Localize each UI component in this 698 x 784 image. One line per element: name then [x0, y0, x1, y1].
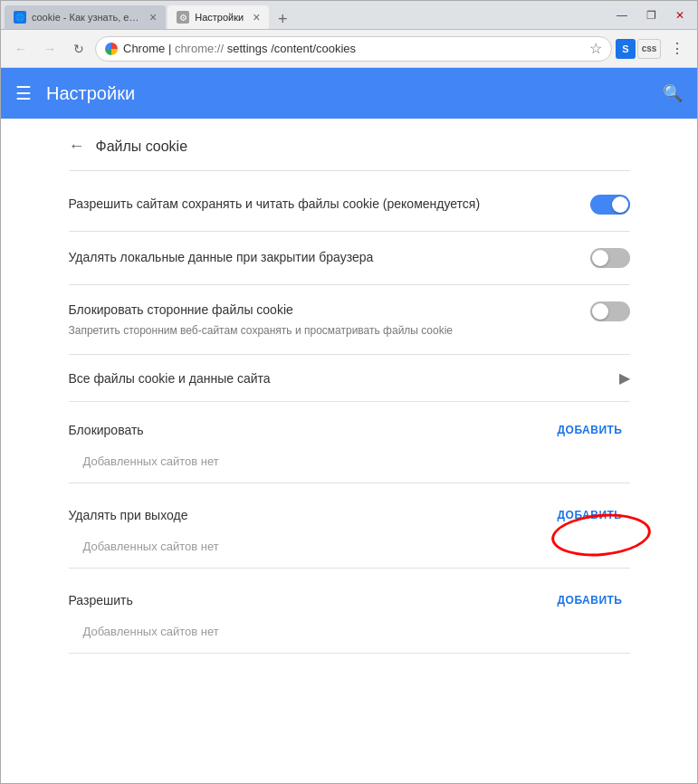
settings-scroll-area[interactable]: ← Файлы cookie Разрешить сайтам сохранят… [1, 119, 697, 783]
back-button[interactable]: ← [8, 36, 33, 62]
reload-button[interactable]: ↻ [66, 36, 91, 62]
setting-row-allow-cookies: Разрешить сайтам сохранять и читать файл… [69, 178, 630, 232]
section-delete-exit-title: Удалять при выходе [69, 508, 550, 522]
chrome-logo-icon [105, 43, 118, 55]
address-separator: | [168, 42, 175, 55]
settings-inner: ← Файлы cookie Разрешить сайтам сохранят… [33, 119, 666, 690]
delete-exit-empty-message: Добавленных сайтов нет [69, 532, 630, 569]
delete-on-close-label: Удалять локальные данные при закрытии бр… [69, 249, 576, 267]
add-delete-exit-button[interactable]: ДОБАВИТЬ [550, 505, 630, 525]
delete-on-close-toggle[interactable] [590, 248, 630, 268]
section-delete-exit-header: Удалять при выходе ДОБАВИТЬ [69, 483, 630, 532]
all-cookies-row[interactable]: Все файлы cookie и данные сайта ▶ [69, 355, 630, 402]
search-icon[interactable]: 🔍 [663, 83, 683, 103]
tab-settings-label: Настройки [195, 12, 244, 23]
block-empty-message: Добавленных сайтов нет [69, 447, 630, 483]
tab-cookie-close[interactable]: × [149, 10, 157, 24]
block-third-party-sublabel: Запретить сторонним веб-сайтам сохранять… [69, 323, 576, 339]
navbar: ← → ↻ Chrome | chrome:// settings /conte… [1, 30, 697, 68]
page-content: ☰ Настройки 🔍 ← Файлы cookie Разрешить с… [1, 68, 697, 783]
back-section: ← Файлы cookie [69, 119, 630, 171]
address-text: Chrome | chrome:// settings /content/coo… [123, 42, 356, 55]
section-allow-header: Разрешить ДОБАВИТЬ [69, 569, 630, 617]
titlebar: 🌐 cookie - Как узнать, есть… × ⚙ Настрой… [1, 1, 697, 30]
chrome-label: Chrome [123, 42, 165, 55]
add-block-button[interactable]: ДОБАВИТЬ [550, 420, 630, 440]
allow-cookies-toggle[interactable] [590, 195, 630, 215]
back-arrow-button[interactable]: ← [69, 137, 85, 156]
block-third-party-text: Блокировать сторонние файлы cookie Запре… [69, 301, 576, 338]
url-highlight: /content/cookies [271, 42, 356, 55]
setting-row-delete-on-close: Удалять локальные данные при закрытии бр… [69, 232, 630, 285]
allow-cookies-text: Разрешить сайтам сохранять и читать файл… [69, 196, 576, 214]
toggle-knob [592, 303, 608, 320]
all-cookies-label: Все файлы cookie и данные сайта [69, 371, 619, 386]
arrow-right-icon: ▶ [619, 369, 630, 387]
extensions-area: S css [616, 39, 661, 59]
chrome-menu-button[interactable]: ⋮ [665, 36, 690, 62]
tab-settings-close[interactable]: × [253, 10, 260, 24]
toggle-knob [592, 250, 608, 266]
close-button[interactable]: ✕ [666, 5, 693, 25]
url-path: settings [227, 42, 268, 55]
extension-s-button[interactable]: S [616, 39, 636, 59]
restore-button[interactable]: ❐ [637, 5, 665, 25]
block-third-party-toggle[interactable] [590, 301, 630, 321]
block-third-party-label: Блокировать сторонние файлы cookie [69, 301, 576, 320]
hamburger-icon[interactable]: ☰ [15, 82, 32, 104]
setting-row-block-third-party: Блокировать сторонние файлы cookie Запре… [69, 285, 630, 355]
new-tab-button[interactable]: + [271, 9, 294, 29]
forward-button[interactable]: → [37, 36, 62, 62]
bookmark-star-button[interactable]: ☆ [589, 40, 602, 57]
extension-css-button[interactable]: css [637, 39, 661, 59]
tab-settings[interactable]: ⚙ Настройки × [167, 5, 269, 29]
section-block-header: Блокировать ДОБАВИТЬ [69, 402, 630, 447]
section-allow-title: Разрешить [69, 593, 550, 607]
allow-cookies-label: Разрешить сайтам сохранять и читать файл… [69, 196, 576, 214]
section-block-title: Блокировать [69, 423, 550, 437]
tab-settings-favicon: ⚙ [177, 11, 189, 24]
page-title: Файлы cookie [96, 139, 188, 155]
settings-header: ☰ Настройки 🔍 [1, 68, 697, 119]
address-bar[interactable]: Chrome | chrome:// settings /content/coo… [95, 36, 612, 62]
minimize-button[interactable]: — [608, 5, 636, 25]
window-controls: — ❐ ✕ [608, 5, 693, 25]
browser-window: 🌐 cookie - Как узнать, есть… × ⚙ Настрой… [0, 0, 698, 784]
add-allow-button[interactable]: ДОБАВИТЬ [550, 590, 630, 610]
toggle-knob [612, 196, 628, 213]
delete-on-close-text: Удалять локальные данные при закрытии бр… [69, 249, 576, 267]
tab-cookie-label: cookie - Как узнать, есть… [32, 12, 140, 23]
allow-empty-message: Добавленных сайтов нет [69, 617, 630, 654]
tab-cookie[interactable]: 🌐 cookie - Как узнать, есть… × [5, 5, 166, 29]
url-scheme: chrome:// [175, 42, 224, 55]
settings-title: Настройки [46, 83, 648, 104]
tabs-area: 🌐 cookie - Как узнать, есть… × ⚙ Настрой… [5, 1, 608, 29]
tab-cookie-favicon: 🌐 [14, 11, 26, 24]
